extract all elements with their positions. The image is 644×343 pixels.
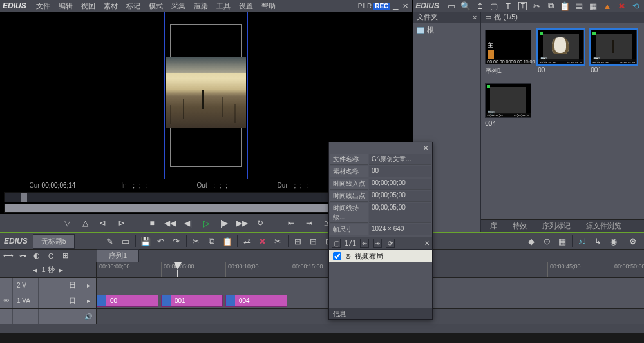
menu-capture[interactable]: 采集 xyxy=(167,1,189,12)
step-back-icon[interactable]: ◀| xyxy=(182,217,194,229)
cut-tl-icon[interactable]: ✂ xyxy=(189,235,204,248)
paste-icon[interactable]: 📋 xyxy=(559,1,571,11)
ripple-icon[interactable]: ⇄ xyxy=(240,235,254,248)
menu-help[interactable]: 帮助 xyxy=(258,1,279,12)
menu-file[interactable]: 文件 xyxy=(32,1,54,12)
folder-panel-close-icon[interactable]: × xyxy=(473,14,477,21)
stop-icon[interactable]: ■ xyxy=(146,217,158,229)
track-expand-icon[interactable]: ▸ xyxy=(80,293,96,308)
mixer-icon[interactable]: ♪♩ xyxy=(575,235,589,248)
paste-tl-icon[interactable]: 📋 xyxy=(220,235,234,248)
timeline-clip-004[interactable]: 004 xyxy=(225,295,287,307)
menu-marker[interactable]: 标记 xyxy=(122,1,144,12)
zoom-in-icon[interactable]: ▶ xyxy=(59,267,63,273)
search-icon[interactable]: 🔍 xyxy=(460,1,471,11)
timeline-clip-001[interactable]: 001 xyxy=(161,295,223,307)
new-seq-icon[interactable]: ✎ xyxy=(103,235,117,248)
tab-effects[interactable]: 特效 xyxy=(506,220,533,232)
minimize-button[interactable]: ▁ xyxy=(391,2,400,10)
menu-edit[interactable]: 编辑 xyxy=(55,1,77,12)
sync-icon[interactable]: C xyxy=(45,251,57,261)
render-icon[interactable]: ▦ xyxy=(555,235,569,248)
settings-tl-icon[interactable]: ⚙ xyxy=(626,235,640,248)
bin-clip-00[interactable]: 📷 --:--:--:----:--:--:-- 00 xyxy=(538,30,584,75)
menu-mode[interactable]: 模式 xyxy=(145,1,167,12)
track-visibility-icon[interactable]: 👁 xyxy=(0,293,13,308)
bin-clip-sequence1[interactable]: 主 00:00:00:0000:00:15:00 序列1 xyxy=(485,30,531,75)
save-icon[interactable]: 💾 xyxy=(138,235,153,248)
track-name[interactable]: 1 VA xyxy=(13,293,39,308)
timeline-scale[interactable]: 1 秒 xyxy=(41,265,54,275)
export-icon[interactable]: ↳ xyxy=(591,235,605,248)
popup-prev-icon[interactable]: ↞ xyxy=(360,239,369,248)
refresh-icon[interactable]: ⟲ xyxy=(630,1,641,11)
popup-close-icon[interactable]: ✕ xyxy=(422,144,430,152)
warn-icon[interactable]: ▲ xyxy=(601,1,613,11)
expand-icon[interactable]: ⊞ xyxy=(59,251,71,261)
recorder-mode-badge[interactable]: REC xyxy=(373,3,390,10)
track-visibility-icon[interactable] xyxy=(0,278,13,293)
popup-next-icon[interactable]: ↠ xyxy=(373,239,382,248)
track-expand-icon[interactable]: ▸ xyxy=(80,278,96,293)
play-icon[interactable]: ▷ xyxy=(200,217,213,229)
loop-icon[interactable]: ↻ xyxy=(254,217,267,229)
copy-icon[interactable]: ⧉ xyxy=(545,1,556,11)
open-icon[interactable]: ▭ xyxy=(118,235,133,248)
copy-tl-icon[interactable]: ⧉ xyxy=(205,235,219,248)
new-icon[interactable]: ▢ xyxy=(488,1,500,11)
track-audio-icon[interactable]: 🔊 xyxy=(80,309,96,324)
close-button[interactable]: ✕ xyxy=(401,2,410,10)
out-value[interactable]: --;--;--;-- xyxy=(209,182,232,189)
link-icon[interactable]: ⊶ xyxy=(17,251,28,261)
delete-icon[interactable]: ✖ xyxy=(616,1,627,11)
cut-icon[interactable]: ✂ xyxy=(531,1,542,11)
mark-out-icon[interactable]: ⇥ xyxy=(303,217,316,229)
burn-icon[interactable]: ◉ xyxy=(606,235,620,248)
text-icon[interactable]: T xyxy=(502,1,514,11)
folder-icon[interactable]: ▭ xyxy=(446,1,457,11)
set-in-icon[interactable]: ▽ xyxy=(61,217,73,229)
menu-settings[interactable]: 设置 xyxy=(235,1,257,12)
next-edit-icon[interactable]: ⧐ xyxy=(115,217,128,229)
step-fwd-icon[interactable]: |▶ xyxy=(218,217,231,229)
mark-in-icon[interactable]: ⇤ xyxy=(285,217,298,229)
track-name[interactable]: 2 V xyxy=(13,278,39,293)
track-mute-icon[interactable] xyxy=(0,309,13,324)
split-icon[interactable]: ✂ xyxy=(271,235,285,248)
video-layout-checkbox[interactable] xyxy=(333,252,341,260)
undo-icon[interactable]: ↶ xyxy=(154,235,168,248)
ungroup-icon[interactable]: ⊟ xyxy=(307,235,321,248)
menu-render[interactable]: 渲染 xyxy=(190,1,212,12)
title-icon[interactable]: 🅃 xyxy=(516,1,528,11)
group-icon[interactable]: ⊞ xyxy=(291,235,305,248)
menu-clip[interactable]: 素材 xyxy=(100,1,122,12)
timeline-clip-00[interactable]: 00 xyxy=(97,295,158,307)
bin-clip-004[interactable]: 📷 --:--:--:----:--:--:-- 004 xyxy=(485,83,531,127)
menu-tools[interactable]: 工具 xyxy=(213,1,234,12)
dur-value[interactable]: --;--;--;-- xyxy=(290,182,312,189)
marker-icon[interactable]: ◆ xyxy=(524,235,538,248)
sequence-tab-1[interactable]: 序列1 xyxy=(97,249,139,262)
rewind-icon[interactable]: ◀◀ xyxy=(164,217,176,229)
tab-library[interactable]: 库 xyxy=(484,220,504,232)
ripple-toggle-icon[interactable]: ◐ xyxy=(31,251,43,261)
folder-root[interactable]: 根 xyxy=(413,23,480,37)
fastfwd-icon[interactable]: ▶▶ xyxy=(236,217,249,229)
project-title-tab[interactable]: 无标题5 xyxy=(33,234,75,249)
set-out-icon[interactable]: △ xyxy=(79,217,91,229)
playhead-icon[interactable] xyxy=(174,262,182,270)
cur-value[interactable]: 00;00;06;14 xyxy=(42,182,76,189)
bin-clip-001[interactable]: 📷 --:--:--:----:--:--:-- 001 xyxy=(591,30,637,75)
popup-thumb-icon[interactable]: ▢ xyxy=(332,239,341,248)
props-icon[interactable]: ▤ xyxy=(573,1,585,11)
menu-view[interactable]: 视图 xyxy=(77,1,99,12)
tab-srcbrowser[interactable]: 源文件浏览 xyxy=(580,220,628,232)
snap-icon[interactable]: ⟷ xyxy=(3,251,14,261)
view-icon[interactable]: ▦ xyxy=(587,1,599,11)
tab-seqmarkers[interactable]: 序列标记 xyxy=(536,220,577,232)
zoom-out-icon[interactable]: ◀ xyxy=(33,267,37,273)
popup-refresh-icon[interactable]: ⟳ xyxy=(386,239,395,248)
delete-tl-icon[interactable]: ✖ xyxy=(256,235,270,248)
toggle-icon[interactable]: ⊙ xyxy=(540,235,554,248)
up-icon[interactable]: ↥ xyxy=(474,1,486,11)
